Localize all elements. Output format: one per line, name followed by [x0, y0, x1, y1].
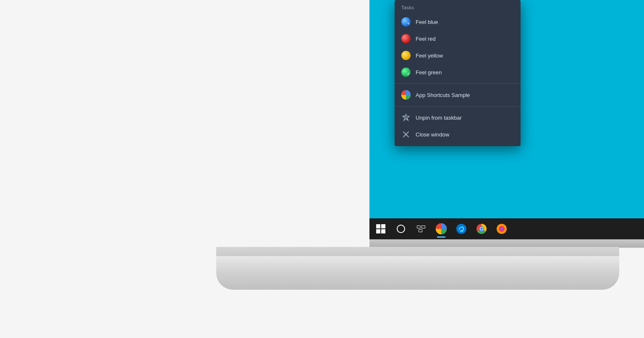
taskbar-chrome-button[interactable]	[472, 219, 491, 238]
taskbar-edge-button[interactable]	[452, 219, 471, 238]
context-menu-app-title-row: App Shortcuts Sample	[395, 86, 521, 104]
taskbar	[369, 218, 644, 239]
context-menu-item-feel-red[interactable]: Feel red	[395, 30, 521, 47]
feel-blue-icon: ✎	[401, 17, 411, 26]
chrome-icon	[476, 224, 487, 234]
taskbar-cortana-button[interactable]	[391, 219, 411, 238]
feel-green-icon: ✓	[401, 68, 411, 77]
close-window-label: Close window	[416, 131, 449, 138]
context-menu-item-unpin[interactable]: Unpin from taskbar	[395, 109, 521, 126]
windows-logo-icon	[376, 224, 385, 233]
app-pie-icon	[436, 223, 447, 234]
taskbar-app-shortcuts-button[interactable]	[432, 219, 451, 238]
context-menu-item-feel-yellow[interactable]: Feel yellow	[395, 47, 521, 64]
laptop-hinge	[369, 239, 644, 248]
svg-point-3	[401, 34, 411, 43]
svg-point-4	[401, 51, 411, 60]
feel-red-icon	[401, 34, 411, 43]
task-view-icon	[417, 225, 425, 232]
firefox-icon	[497, 224, 507, 234]
cortana-icon	[397, 225, 405, 233]
edge-icon	[456, 224, 466, 234]
close-x-icon	[401, 130, 411, 139]
app-shortcuts-title: App Shortcuts Sample	[416, 92, 470, 98]
svg-point-19	[500, 227, 503, 231]
feel-green-label: Feel green	[416, 69, 442, 76]
context-menu: Tasks ✎ F	[395, 0, 521, 146]
svg-text:✓: ✓	[407, 72, 410, 76]
laptop-screen-bezel: Tasks ✎ F	[369, 0, 644, 248]
feel-yellow-label: Feel yellow	[416, 52, 443, 59]
unpin-label: Unpin from taskbar	[416, 115, 462, 121]
taskbar-firefox-button[interactable]	[492, 219, 511, 238]
feel-red-label: Feel red	[416, 36, 436, 42]
feel-blue-label: Feel blue	[416, 19, 438, 25]
context-menu-item-close[interactable]: Close window	[395, 126, 521, 143]
laptop-base	[216, 256, 619, 290]
unpin-icon	[401, 113, 411, 122]
feel-yellow-icon	[401, 51, 411, 60]
context-menu-item-feel-green[interactable]: ✓ Feel green	[395, 64, 521, 81]
app-shortcuts-icon	[401, 90, 411, 100]
svg-point-12	[456, 224, 466, 234]
taskbar-start-button[interactable]	[371, 219, 390, 238]
taskbar-taskview-button[interactable]	[411, 219, 431, 238]
active-indicator	[437, 236, 445, 238]
context-menu-divider-2	[395, 106, 521, 107]
svg-text:✎: ✎	[407, 22, 410, 26]
context-menu-divider	[395, 83, 521, 84]
laptop-screen-content: Tasks ✎ F	[369, 0, 644, 239]
context-menu-item-feel-blue[interactable]: ✎ Feel blue	[395, 13, 521, 30]
tasks-section-label: Tasks	[395, 3, 521, 13]
svg-point-16	[480, 228, 483, 230]
